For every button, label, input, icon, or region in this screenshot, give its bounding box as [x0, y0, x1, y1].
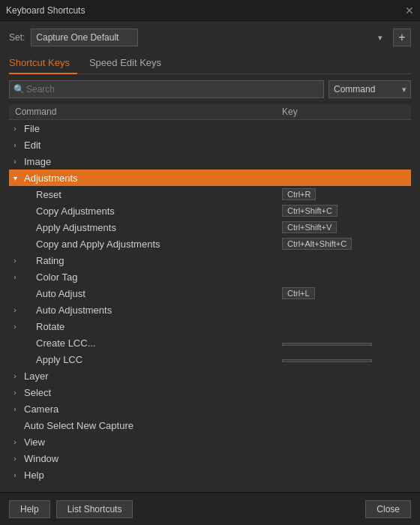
key-cell-create-lcc — [276, 338, 411, 348]
chevron-icon-camera: › — [9, 405, 21, 413]
command-cell-apply-adjustments: Apply Adjustments — [21, 222, 276, 233]
command-cell-help: Help — [21, 470, 276, 481]
title-bar-text: Keyboard Shortcuts — [6, 5, 85, 16]
chevron-icon-auto-adjustments: › — [9, 306, 21, 314]
set-dropdown[interactable]: Capture One Default — [31, 28, 138, 46]
key-cell-copy-apply-adjustments: Ctrl+Alt+Shift+C — [276, 238, 411, 250]
chevron-icon-image: › — [9, 158, 21, 166]
tree-item-help[interactable]: ›Help — [9, 466, 411, 483]
command-cell-auto-adjust: Auto Adjust — [21, 288, 276, 299]
chevron-icon-help: › — [9, 471, 21, 479]
list-shortcuts-button[interactable]: List Shortcuts — [56, 500, 134, 518]
tree-item-adjustments[interactable]: ▾Adjustments — [9, 170, 411, 186]
chevron-icon-other: › — [9, 488, 21, 488]
tree-item-view[interactable]: ›View — [9, 434, 411, 450]
key-cell-reset: Ctrl+R — [276, 188, 411, 200]
close-icon[interactable]: ✕ — [405, 5, 414, 16]
command-cell-camera: Camera — [21, 404, 276, 415]
tree-item-reset[interactable]: ResetCtrl+R — [9, 186, 411, 202]
tab-speed-edit-keys[interactable]: Speed Edit Keys — [89, 54, 169, 74]
tree-item-auto-adjust[interactable]: Auto AdjustCtrl+L — [9, 285, 411, 302]
tree-item-other[interactable]: ›Other — [9, 483, 411, 488]
command-cell-edit: Edit — [21, 140, 276, 151]
command-cell-auto-select-new-capture: Auto Select New Capture — [21, 420, 276, 431]
help-button[interactable]: Help — [9, 500, 50, 518]
command-cell-layer: Layer — [21, 370, 276, 382]
tree-item-image[interactable]: ›Image — [9, 153, 411, 170]
tree-item-rotate[interactable]: ›Rotate — [9, 318, 411, 334]
tab-shortcut-keys[interactable]: Shortcut Keys — [9, 54, 77, 74]
chevron-icon-view: › — [9, 438, 21, 446]
set-label: Set: — [9, 32, 25, 43]
command-cell-color-tag: Color Tag — [21, 272, 276, 283]
key-column-header: Key — [276, 106, 411, 117]
command-cell-reset: Reset — [21, 189, 276, 200]
tree-item-camera[interactable]: ›Camera — [9, 400, 411, 417]
command-cell-copy-adjustments: Copy Adjustments — [21, 206, 276, 217]
tree-item-auto-select-new-capture[interactable]: Auto Select New Capture — [9, 417, 411, 434]
chevron-icon-file: › — [9, 124, 21, 133]
chevron-icon-layer: › — [9, 372, 21, 380]
tree-list: ›File›Edit›Image▾AdjustmentsResetCtrl+RC… — [9, 120, 411, 488]
command-cell-auto-adjustments: Auto Adjustments — [21, 304, 276, 316]
key-cell-apply-adjustments: Ctrl+Shift+V — [276, 221, 411, 233]
tree-item-copy-adjustments[interactable]: Copy AdjustmentsCtrl+Shift+C — [9, 202, 411, 219]
tree-item-auto-adjustments[interactable]: ›Auto Adjustments — [9, 302, 411, 318]
tree-item-apply-lcc[interactable]: Apply LCC — [9, 351, 411, 368]
command-column-header: Command — [9, 106, 276, 117]
key-cell-apply-lcc — [276, 354, 411, 364]
search-input[interactable] — [9, 80, 324, 98]
close-button[interactable]: Close — [365, 500, 411, 518]
command-cell-file: File — [21, 123, 276, 134]
tree-item-rating[interactable]: ›Rating — [9, 252, 411, 268]
command-cell-create-lcc: Create LCC... — [21, 338, 276, 349]
tree-item-color-tag[interactable]: ›Color Tag — [9, 268, 411, 285]
chevron-icon-select: › — [9, 388, 21, 397]
tree-item-copy-apply-adjustments[interactable]: Copy and Apply AdjustmentsCtrl+Alt+Shift… — [9, 236, 411, 252]
tree-item-edit[interactable]: ›Edit — [9, 136, 411, 153]
command-cell-apply-lcc: Apply LCC — [21, 354, 276, 365]
command-cell-adjustments: Adjustments — [21, 172, 276, 184]
command-cell-window: Window — [21, 453, 276, 464]
add-button[interactable]: + — [393, 28, 411, 46]
key-cell-auto-adjust: Ctrl+L — [276, 287, 411, 299]
tree-item-layer[interactable]: ›Layer — [9, 368, 411, 384]
command-cell-rotate: Rotate — [21, 321, 276, 332]
command-cell-view: View — [21, 436, 276, 448]
chevron-icon-window: › — [9, 454, 21, 463]
tree-item-window[interactable]: ›Window — [9, 450, 411, 466]
tree-item-apply-adjustments[interactable]: Apply AdjustmentsCtrl+Shift+V — [9, 219, 411, 236]
tree-item-select[interactable]: ›Select — [9, 384, 411, 400]
tree-item-create-lcc[interactable]: Create LCC... — [9, 334, 411, 351]
chevron-icon-rating: › — [9, 256, 21, 265]
command-cell-select: Select — [21, 387, 276, 398]
command-cell-image: Image — [21, 156, 276, 167]
chevron-icon-adjustments: ▾ — [9, 174, 21, 182]
search-icon: 🔍 — [14, 84, 25, 94]
title-bar: Keyboard Shortcuts ✕ — [0, 0, 420, 21]
command-cell-other: Other — [21, 486, 276, 488]
chevron-icon-edit: › — [9, 141, 21, 149]
command-cell-rating: Rating — [21, 255, 276, 266]
chevron-icon-rotate: › — [9, 322, 21, 331]
key-cell-copy-adjustments: Ctrl+Shift+C — [276, 205, 411, 217]
tree-item-file[interactable]: ›File — [9, 120, 411, 136]
filter-dropdown[interactable]: Command — [328, 80, 411, 98]
command-cell-copy-apply-adjustments: Copy and Apply Adjustments — [21, 238, 276, 250]
chevron-icon-color-tag: › — [9, 273, 21, 281]
